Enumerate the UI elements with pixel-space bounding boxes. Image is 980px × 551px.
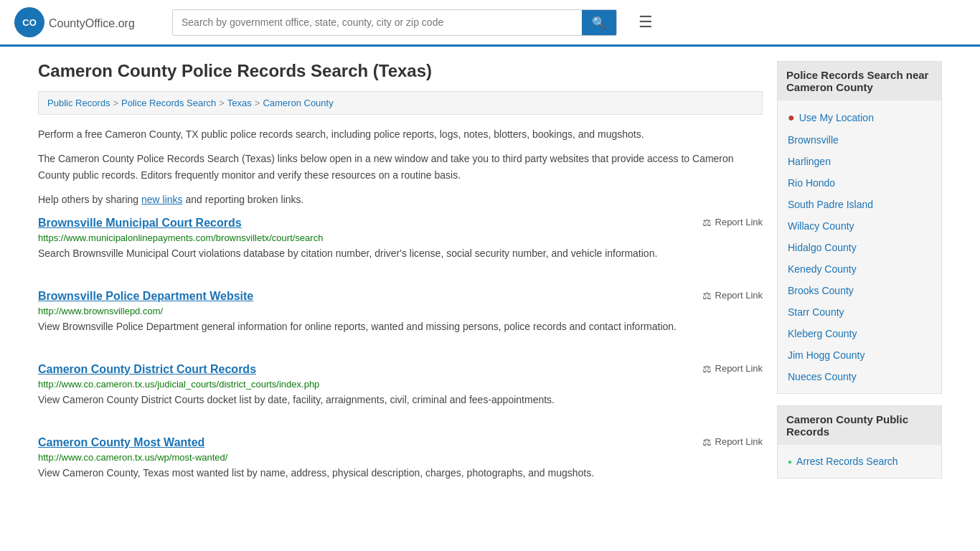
result-item: Brownsville Municipal Court Records ⚖ Re… [38, 217, 763, 273]
result-title-3[interactable]: Cameron County Most Wanted [38, 436, 204, 449]
sidebar-nearby-item[interactable]: Harlingen [778, 151, 941, 172]
main-content: Cameron County Police Records Search (Te… [38, 61, 763, 509]
result-header-2: Cameron County District Court Records ⚖ … [38, 363, 763, 376]
report-link-1[interactable]: ⚖ Report Link [702, 290, 763, 301]
report-link-label-0: Report Link [715, 217, 763, 227]
public-records-link-0[interactable]: Arrest Records Search [796, 456, 898, 467]
search-bar: 🔍 [172, 9, 617, 36]
sidebar-nearby-link-6[interactable]: Kenedy County [788, 263, 857, 275]
breadcrumb-texas[interactable]: Texas [227, 98, 252, 108]
sidebar-nearby-item[interactable]: Jim Hogg County [778, 344, 941, 366]
result-url-1: http://www.brownsvillepd.com/ [38, 306, 763, 316]
report-link-icon-1: ⚖ [702, 290, 712, 301]
result-header-3: Cameron County Most Wanted ⚖ Report Link [38, 436, 763, 449]
report-link-label-2: Report Link [715, 363, 763, 374]
sidebar-nearby-link-0[interactable]: Brownsville [788, 134, 839, 146]
logo-text: CountyOffice.org [49, 14, 135, 31]
site-header: CO CountyOffice.org 🔍 ☰ [0, 0, 980, 47]
desc3-suffix: and reporting broken links. [185, 194, 303, 205]
result-desc-2: View Cameron County District Courts dock… [38, 392, 763, 408]
new-links-link[interactable]: new links [141, 194, 183, 205]
sidebar-nearby-item[interactable]: Brooks County [778, 280, 941, 301]
breadcrumb: Public Records > Police Records Search >… [38, 91, 763, 115]
pr-dot-icon: ● [788, 458, 792, 466]
result-header-0: Brownsville Municipal Court Records ⚖ Re… [38, 217, 763, 230]
result-url-2: http://www.co.cameron.tx.us/judicial_cou… [38, 379, 763, 390]
breadcrumb-public-records[interactable]: Public Records [47, 98, 110, 108]
result-desc-3: View Cameron County, Texas most wanted l… [38, 466, 763, 481]
sidebar-nearby-item[interactable]: Kleberg County [778, 323, 941, 344]
main-container: Cameron County Police Records Search (Te… [24, 47, 956, 524]
sidebar-nearby-link-7[interactable]: Brooks County [788, 285, 854, 296]
sidebar-nearby-item[interactable]: Rio Hondo [778, 172, 941, 194]
description-2: The Cameron County Police Records Search… [38, 151, 763, 183]
breadcrumb-cameron-county[interactable]: Cameron County [263, 98, 333, 108]
breadcrumb-sep-2: > [219, 98, 225, 108]
nearby-section-content: ● Use My Location BrownsvilleHarlingenRi… [778, 100, 941, 393]
public-records-item[interactable]: ● Arrest Records Search [778, 451, 941, 472]
sidebar-nearby-item[interactable]: South Padre Island [778, 194, 941, 215]
sidebar: Police Records Search near Cameron Count… [777, 61, 942, 509]
result-desc-0: Search Brownsville Municipal Court viola… [38, 246, 763, 261]
nearby-section-header: Police Records Search near Cameron Count… [778, 62, 941, 100]
report-link-icon-0: ⚖ [702, 217, 712, 228]
report-link-label-1: Report Link [715, 290, 763, 301]
breadcrumb-police-records[interactable]: Police Records Search [121, 98, 216, 108]
report-link-icon-2: ⚖ [702, 363, 712, 375]
sidebar-nearby-link-8[interactable]: Starr County [788, 306, 844, 318]
location-dot-icon: ● [788, 111, 795, 124]
sidebar-nearby-item[interactable]: Hidalgo County [778, 237, 941, 258]
sidebar-nearby-link-1[interactable]: Harlingen [788, 156, 831, 167]
nearby-section: Police Records Search near Cameron Count… [777, 61, 942, 394]
result-title-2[interactable]: Cameron County District Court Records [38, 363, 256, 376]
logo-area[interactable]: CO CountyOffice.org [14, 7, 158, 37]
report-link-label-3: Report Link [715, 436, 763, 447]
results-container: Brownsville Municipal Court Records ⚖ Re… [38, 217, 763, 492]
public-records-header: Cameron County Public Records [778, 406, 941, 445]
logo-suffix: .org [115, 17, 135, 29]
desc3-prefix: Help others by sharing [38, 194, 138, 205]
report-link-0[interactable]: ⚖ Report Link [702, 217, 763, 228]
search-button[interactable]: 🔍 [582, 10, 616, 35]
sidebar-nearby-link-5[interactable]: Hidalgo County [788, 242, 857, 253]
result-title-1[interactable]: Brownsville Police Department Website [38, 290, 253, 303]
svg-text:CO: CO [22, 17, 37, 28]
menu-icon[interactable]: ☰ [639, 13, 653, 32]
use-location-link[interactable]: Use My Location [799, 112, 874, 123]
use-my-location-item[interactable]: ● Use My Location [778, 106, 941, 129]
nearby-items-list: BrownsvilleHarlingenRio HondoSouth Padre… [778, 129, 941, 387]
logo-name: CountyOffice [49, 17, 115, 29]
public-records-content: ● Arrest Records Search [778, 445, 941, 478]
sidebar-nearby-link-2[interactable]: Rio Hondo [788, 177, 835, 189]
report-link-2[interactable]: ⚖ Report Link [702, 363, 763, 375]
report-link-icon-3: ⚖ [702, 436, 712, 448]
result-url-3: http://www.co.cameron.tx.us/wp/most-want… [38, 452, 763, 463]
sidebar-nearby-item[interactable]: Nueces County [778, 366, 941, 387]
public-records-section: Cameron County Public Records ● Arrest R… [777, 405, 942, 479]
sidebar-nearby-link-3[interactable]: South Padre Island [788, 199, 873, 210]
sidebar-nearby-link-11[interactable]: Nueces County [788, 371, 857, 382]
result-item: Cameron County District Court Records ⚖ … [38, 363, 763, 419]
result-desc-1: View Brownsville Police Department gener… [38, 319, 763, 334]
sidebar-nearby-link-9[interactable]: Kleberg County [788, 328, 857, 339]
breadcrumb-sep-1: > [113, 98, 118, 108]
logo-icon: CO [14, 7, 44, 37]
page-title: Cameron County Police Records Search (Te… [38, 61, 763, 81]
report-link-3[interactable]: ⚖ Report Link [702, 436, 763, 448]
breadcrumb-sep-3: > [255, 98, 260, 108]
description-1: Perform a free Cameron County, TX public… [38, 126, 763, 142]
sidebar-nearby-item[interactable]: Willacy County [778, 215, 941, 237]
search-input[interactable] [173, 11, 582, 34]
sidebar-nearby-item[interactable]: Kenedy County [778, 258, 941, 280]
sidebar-nearby-link-10[interactable]: Jim Hogg County [788, 349, 864, 361]
result-item: Cameron County Most Wanted ⚖ Report Link… [38, 436, 763, 492]
sidebar-nearby-item[interactable]: Brownsville [778, 129, 941, 151]
description-3: Help others by sharing new links and rep… [38, 192, 763, 207]
result-url-0: https://www.municipalonlinepayments.com/… [38, 232, 763, 243]
public-records-items-list: ● Arrest Records Search [778, 451, 941, 472]
result-header-1: Brownsville Police Department Website ⚖ … [38, 290, 763, 303]
result-title-0[interactable]: Brownsville Municipal Court Records [38, 217, 242, 230]
sidebar-nearby-item[interactable]: Starr County [778, 301, 941, 323]
sidebar-nearby-link-4[interactable]: Willacy County [788, 220, 854, 232]
result-item: Brownsville Police Department Website ⚖ … [38, 290, 763, 346]
